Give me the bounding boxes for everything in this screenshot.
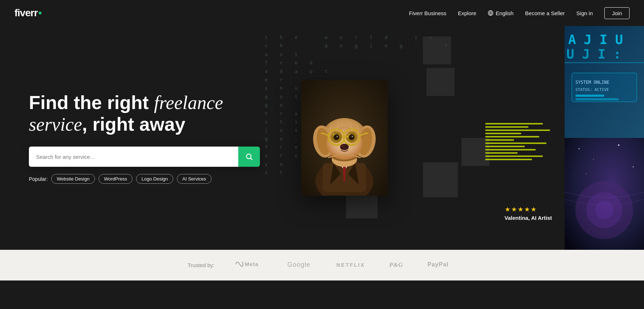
- svg-point-31: [352, 136, 353, 137]
- paypal-logo-icon: PayPal: [427, 260, 456, 268]
- artist-label: ★★★★★ Valentina, AI Artist: [505, 205, 552, 221]
- netflix-logo-icon: NETFLIX: [336, 261, 369, 269]
- hero-title-p2: , right away: [82, 114, 185, 135]
- nav-signin[interactable]: Sign in: [576, 10, 593, 16]
- hero-title-italic2: service: [29, 114, 82, 135]
- pg-logo-icon: P&G: [389, 261, 407, 269]
- svg-text:PayPal: PayPal: [427, 261, 448, 267]
- popular-tags: Popular: Website Design WordPress Logo D…: [29, 174, 245, 184]
- right-panel-art-top: A J I U U J I : SYSTEM ONLINE STATUS: AC…: [565, 26, 644, 138]
- hero-right: t h e w o r l d i s c h a n g i n g . f …: [258, 26, 644, 250]
- logo-dot: [39, 12, 42, 14]
- svg-rect-42: [575, 98, 619, 100]
- svg-point-1: [247, 154, 251, 159]
- hero-section: Find the right freelance service, right …: [0, 26, 644, 250]
- trusted-logos: Meta Google NETFLIX P&G PayPal: [235, 260, 456, 270]
- nav-explore[interactable]: Explore: [458, 10, 476, 16]
- join-button[interactable]: Join: [604, 7, 630, 19]
- dog-portrait-card: [301, 80, 388, 196]
- svg-text:Google: Google: [287, 261, 310, 268]
- hero-content: Find the right freelance service, right …: [0, 92, 274, 184]
- brand-netflix: NETFLIX: [336, 261, 369, 270]
- tag-website-design[interactable]: Website Design: [51, 174, 95, 184]
- search-bar: [29, 147, 260, 167]
- svg-text:P&G: P&G: [389, 261, 403, 268]
- hero-title-p1: Find the right: [29, 92, 154, 113]
- brand-google: Google: [287, 260, 316, 270]
- language-label: English: [496, 10, 513, 16]
- search-icon: [245, 153, 253, 161]
- logo-text: fiverr: [14, 7, 38, 19]
- svg-rect-5: [423, 36, 451, 65]
- svg-point-51: [595, 201, 613, 219]
- popular-label: Popular:: [29, 176, 48, 182]
- svg-point-32: [340, 144, 349, 150]
- right-panel-art-bottom: [565, 138, 644, 250]
- rating-stars: ★★★★★: [505, 205, 552, 213]
- svg-text:A J I U: A J I U: [568, 32, 623, 47]
- svg-point-48: [586, 174, 587, 174]
- svg-point-45: [593, 159, 594, 160]
- svg-rect-41: [575, 95, 604, 97]
- svg-rect-37: [565, 62, 644, 63]
- svg-text:NETFLIX: NETFLIX: [336, 262, 365, 268]
- svg-rect-6: [426, 68, 454, 96]
- svg-point-33: [341, 145, 344, 147]
- hero-title: Find the right freelance service, right …: [29, 92, 245, 135]
- svg-line-2: [251, 158, 252, 160]
- svg-point-44: [579, 148, 580, 149]
- brand-paypal: PayPal: [427, 260, 456, 270]
- meta-logo-icon: Meta: [235, 260, 267, 268]
- svg-point-28: [334, 134, 339, 140]
- svg-point-46: [618, 144, 619, 146]
- svg-text:SYSTEM ONLINE: SYSTEM ONLINE: [575, 80, 609, 85]
- svg-text:Meta: Meta: [245, 261, 258, 267]
- search-button[interactable]: [238, 147, 260, 167]
- hero-title-italic1: freelance: [154, 92, 223, 113]
- tag-logo-design[interactable]: Logo Design: [136, 174, 173, 184]
- tag-wordpress[interactable]: WordPress: [99, 174, 132, 184]
- logo[interactable]: fiverr: [14, 7, 42, 19]
- svg-point-47: [633, 166, 634, 167]
- artist-name: Valentina, AI Artist: [505, 215, 552, 221]
- globe-icon: [488, 10, 493, 16]
- svg-text:STATUS: ACTIVE: STATUS: ACTIVE: [575, 87, 609, 92]
- right-panel: A J I U U J I : SYSTEM ONLINE STATUS: AC…: [565, 26, 644, 250]
- svg-point-30: [336, 136, 338, 137]
- trusted-bar: Trusted by: Meta Google NETFLIX P&G: [0, 250, 644, 280]
- svg-text:U J I :: U J I :: [566, 47, 621, 61]
- nav-business[interactable]: Fiverr Business: [409, 10, 446, 16]
- right-panel-bottom: [565, 138, 644, 250]
- svg-point-29: [349, 134, 354, 140]
- google-logo-icon: Google: [287, 260, 316, 269]
- right-panel-top: A J I U U J I : SYSTEM ONLINE STATUS: AC…: [565, 26, 644, 138]
- tag-ai-services[interactable]: AI Services: [177, 174, 212, 184]
- main-nav: Fiverr Business Explore English Become a…: [409, 7, 630, 19]
- brand-pg: P&G: [389, 261, 407, 270]
- search-input[interactable]: [29, 147, 238, 167]
- brand-meta: Meta: [235, 260, 267, 270]
- nav-language[interactable]: English: [488, 10, 513, 16]
- svg-rect-7: [423, 162, 458, 197]
- trusted-label: Trusted by:: [188, 262, 214, 268]
- dog-portrait: [301, 80, 388, 196]
- header: fiverr Fiverr Business Explore English B…: [0, 0, 644, 26]
- dog-illustration: [301, 80, 388, 196]
- code-lines-decoration: [485, 123, 550, 160]
- nav-become-seller[interactable]: Become a Seller: [525, 10, 565, 16]
